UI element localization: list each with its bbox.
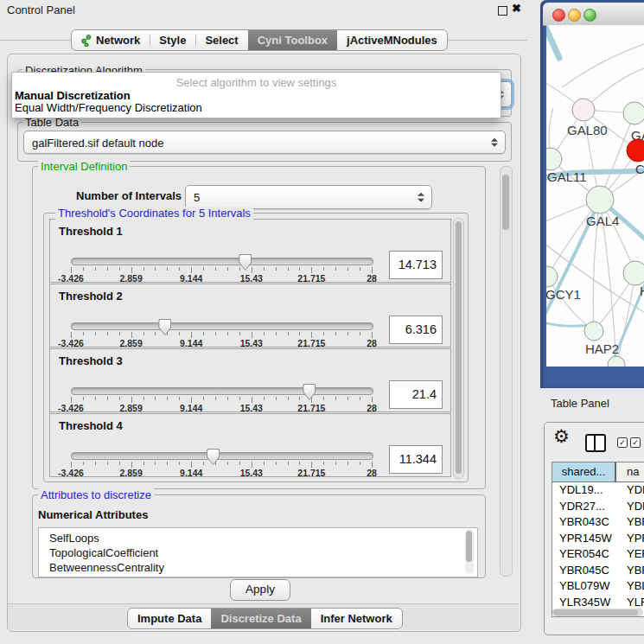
control-panel-titlebar: Control Panel ✖ [0, 0, 527, 21]
algorithm-option-manual[interactable]: Manual Discretization [15, 89, 131, 102]
table-cell-shared-name[interactable]: YDR27... [552, 499, 623, 515]
network-node-label: H [640, 284, 644, 298]
network-node-label: C [635, 162, 644, 176]
split-columns-icon[interactable] [585, 434, 606, 452]
thresholds-scrollbar[interactable] [453, 218, 464, 479]
network-node-label: GAL80 [567, 123, 608, 137]
zoom-traffic-light[interactable] [583, 9, 596, 22]
number-of-intervals-label: Number of Intervals [76, 189, 182, 202]
algorithm-option-equal-width[interactable]: Equal Width/Frequency Discretization [15, 101, 202, 114]
network-window-titlebar[interactable] [543, 3, 644, 26]
table-cell-shared-name[interactable]: YBL079W [552, 578, 623, 595]
table-cell-name[interactable]: YBR0 [623, 514, 644, 531]
network-node[interactable] [627, 139, 644, 162]
table-row[interactable]: YBR045CYBR0 [552, 563, 644, 579]
tab-network[interactable]: Network [72, 30, 150, 50]
threshold-value-field[interactable]: 14.713 [389, 251, 443, 279]
thresholds-scrollbar-thumb[interactable] [456, 221, 462, 474]
table-cell-shared-name[interactable]: YDL19... [552, 482, 623, 499]
tab-select[interactable]: Select [195, 30, 247, 50]
network-node[interactable] [608, 356, 625, 367]
table-row[interactable]: YPR145WYPR1 [552, 531, 644, 547]
threshold-value-field[interactable]: 21.4 [389, 380, 443, 409]
network-edge[interactable] [562, 44, 644, 87]
gear-icon[interactable]: ⚙ [553, 426, 570, 447]
table-cell-name[interactable]: YBR0 [623, 563, 644, 579]
tab-cyni-toolbox[interactable]: Cyni Toolbox [248, 30, 337, 50]
attribute-list-item[interactable]: TopologicalCoefficient [39, 545, 477, 560]
table-row[interactable]: YBL079WYBL0 [552, 578, 644, 595]
numerical-attributes-list[interactable]: SelfLoopsTopologicalCoefficientBetweenne… [38, 527, 478, 577]
close-traffic-light[interactable] [552, 9, 565, 22]
minimize-traffic-light[interactable] [568, 9, 581, 22]
network-node[interactable] [546, 266, 558, 287]
table-header-row: shared... na [552, 462, 644, 482]
network-node[interactable] [584, 322, 603, 341]
threshold-slider[interactable] [71, 452, 373, 460]
combo-arrows-icon [418, 193, 424, 202]
attribute-list-item[interactable]: BetweennessCentrality [39, 560, 477, 575]
screen: Control Panel ✖ NetworkStyleSelectCyni T… [0, 0, 644, 644]
table-cell-shared-name[interactable]: YBR043C [552, 514, 623, 531]
table-horizontal-scrollbar-thumb[interactable] [553, 609, 638, 615]
network-node[interactable] [586, 186, 614, 214]
table-data-combobox[interactable]: galFiltered.sif default node [23, 131, 506, 154]
checkbox-icon[interactable]: ✓ [630, 437, 641, 448]
threshold-value-field[interactable]: 11.344 [389, 445, 443, 474]
network-canvas[interactable]: GAL80GACGAL11GAL4GCY1HHAP2 [546, 25, 644, 367]
table-row[interactable]: YDL19...YDL1 [552, 482, 644, 499]
network-node-label: HAP2 [585, 341, 619, 356]
table-cell-name[interactable]: YER0 [623, 546, 644, 563]
tab-label: Discretize Data [220, 609, 301, 628]
attributes-group-title: Attributes to discretize [38, 488, 154, 501]
checkbox-icon[interactable]: ✓ [617, 437, 628, 448]
algorithm-popup-hint[interactable]: Select algorithm to view settings [12, 76, 501, 89]
column-header-name[interactable]: na [616, 462, 644, 481]
table-cell-shared-name[interactable]: YPR145W [552, 531, 623, 547]
network-edge[interactable] [616, 273, 635, 365]
content-scrollbar-thumb[interactable] [502, 175, 509, 230]
close-icon[interactable]: ✖ [512, 2, 521, 15]
threshold-slider[interactable] [71, 258, 373, 265]
interval-definition-group-title: Interval Definition [38, 160, 130, 173]
slider-tick-labels: -3.4262.8599.14415.4321.71528 [71, 468, 372, 478]
table-row[interactable]: YDR27...YDR2 [552, 499, 644, 515]
number-of-intervals-combobox[interactable]: 5 [185, 185, 432, 209]
threshold-slider[interactable] [71, 387, 373, 395]
table-cell-shared-name[interactable]: YBR045C [552, 563, 623, 579]
network-node[interactable] [623, 102, 644, 124]
network-edge-highlighted[interactable] [546, 25, 559, 58]
tab-discretize-data[interactable]: Discretize Data [211, 609, 310, 628]
column-header-shared[interactable]: shared... [552, 462, 616, 481]
table-row[interactable]: YBR043CYBR0 [552, 514, 644, 531]
table-cell-shared-name[interactable]: YER054C [552, 546, 623, 563]
threshold-panel-4: Threshold 4-3.4262.8599.14415.4321.71528… [49, 413, 451, 477]
tab-infer-network[interactable]: Infer Network [311, 609, 402, 628]
threshold-label: Threshold 1 [59, 225, 123, 238]
threshold-value-field[interactable]: 6.316 [389, 316, 443, 344]
attributes-scrollbar[interactable] [465, 529, 474, 574]
content-scrollbar[interactable] [500, 166, 513, 577]
threshold-label: Threshold 4 [59, 419, 123, 432]
table-cell-name[interactable]: YDR2 [623, 499, 644, 515]
threshold-slider[interactable] [71, 322, 373, 330]
tab-label: Style [159, 30, 186, 50]
network-node-label: GAL11 [547, 169, 587, 184]
tab-label: Cyni Toolbox [258, 30, 328, 50]
apply-button[interactable]: Apply [230, 579, 290, 601]
table-row[interactable]: YER054CYER0 [552, 546, 644, 563]
tab-jactivemnodules[interactable]: jActiveMNodules [337, 30, 447, 50]
tab-impute-data[interactable]: Impute Data [128, 609, 211, 628]
network-node[interactable] [623, 261, 644, 285]
table-horizontal-scrollbar[interactable] [552, 609, 643, 616]
tab-label: Network [96, 30, 140, 50]
table-cell-name[interactable]: YDL1 [623, 482, 644, 499]
attributes-scrollbar-thumb[interactable] [466, 531, 472, 562]
float-window-icon[interactable] [498, 6, 507, 16]
tab-style[interactable]: Style [150, 30, 195, 50]
table-cell-name[interactable]: YBL0 [623, 578, 644, 595]
threshold-panel-1: Threshold 1-3.4262.8599.14415.4321.71528… [49, 219, 451, 283]
attribute-list-item[interactable]: SelfLoops [39, 531, 477, 545]
table-cell-name[interactable]: YPR1 [623, 531, 644, 547]
network-node[interactable] [572, 99, 595, 121]
